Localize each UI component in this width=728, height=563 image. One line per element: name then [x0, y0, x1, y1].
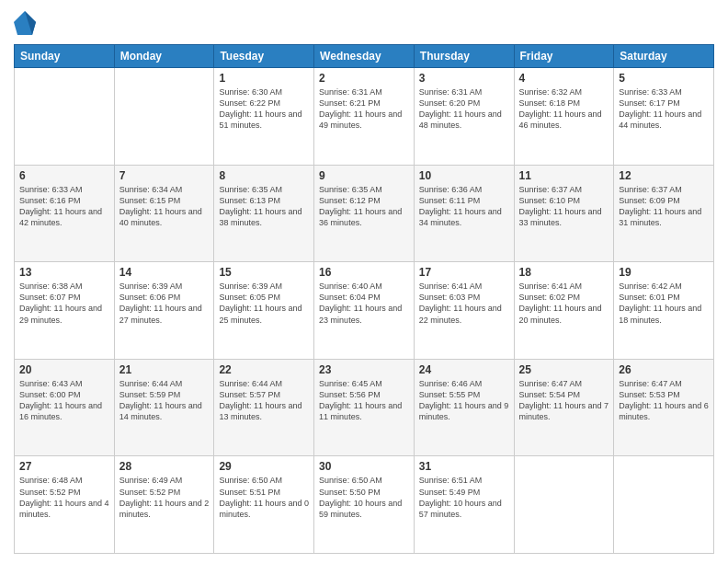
day-info: Sunrise: 6:36 AM Sunset: 6:11 PM Dayligh… [419, 184, 509, 229]
calendar-week-3: 13Sunrise: 6:38 AM Sunset: 6:07 PM Dayli… [15, 262, 714, 360]
day-number: 27 [19, 460, 109, 473]
day-info: Sunrise: 6:33 AM Sunset: 6:17 PM Dayligh… [619, 86, 709, 132]
day-number: 6 [19, 169, 109, 182]
day-number: 1 [219, 72, 309, 85]
day-number: 29 [219, 460, 309, 473]
day-number: 5 [619, 72, 709, 85]
calendar-day-20: 20Sunrise: 6:43 AM Sunset: 6:00 PM Dayli… [15, 359, 115, 456]
day-number: 8 [219, 169, 309, 182]
logo-icon [14, 9, 36, 37]
calendar-week-1: 1Sunrise: 6:30 AM Sunset: 6:22 PM Daylig… [15, 68, 714, 166]
day-info: Sunrise: 6:51 AM Sunset: 5:49 PM Dayligh… [419, 475, 509, 520]
day-info: Sunrise: 6:37 AM Sunset: 6:09 PM Dayligh… [619, 184, 709, 229]
calendar-day-1: 1Sunrise: 6:30 AM Sunset: 6:22 PM Daylig… [214, 68, 314, 166]
empty-cell [114, 68, 214, 166]
weekday-header-thursday: Thursday [414, 45, 514, 68]
weekday-header-tuesday: Tuesday [214, 45, 314, 68]
day-number: 16 [319, 266, 409, 279]
calendar-day-8: 8Sunrise: 6:35 AM Sunset: 6:13 PM Daylig… [214, 165, 314, 262]
weekday-header-monday: Monday [114, 45, 214, 68]
calendar-page: SundayMondayTuesdayWednesdayThursdayFrid… [0, 0, 728, 563]
weekday-header-row: SundayMondayTuesdayWednesdayThursdayFrid… [15, 45, 714, 68]
day-info: Sunrise: 6:34 AM Sunset: 6:15 PM Dayligh… [119, 184, 210, 229]
day-number: 19 [619, 266, 709, 279]
day-number: 11 [519, 169, 609, 182]
day-info: Sunrise: 6:40 AM Sunset: 6:04 PM Dayligh… [319, 281, 409, 326]
calendar-day-10: 10Sunrise: 6:36 AM Sunset: 6:11 PM Dayli… [414, 165, 514, 262]
header [14, 9, 714, 37]
day-info: Sunrise: 6:31 AM Sunset: 6:21 PM Dayligh… [319, 86, 409, 132]
day-number: 2 [319, 72, 409, 85]
day-info: Sunrise: 6:33 AM Sunset: 6:16 PM Dayligh… [19, 184, 109, 229]
calendar-day-11: 11Sunrise: 6:37 AM Sunset: 6:10 PM Dayli… [514, 165, 614, 262]
day-info: Sunrise: 6:39 AM Sunset: 6:05 PM Dayligh… [219, 281, 309, 326]
day-number: 30 [319, 460, 409, 473]
logo [14, 9, 40, 37]
day-number: 12 [619, 169, 709, 182]
empty-cell [614, 456, 714, 554]
day-info: Sunrise: 6:44 AM Sunset: 5:57 PM Dayligh… [219, 378, 309, 423]
day-info: Sunrise: 6:47 AM Sunset: 5:54 PM Dayligh… [519, 378, 609, 423]
day-info: Sunrise: 6:45 AM Sunset: 5:56 PM Dayligh… [319, 378, 409, 423]
day-info: Sunrise: 6:31 AM Sunset: 6:20 PM Dayligh… [419, 86, 509, 132]
calendar-day-15: 15Sunrise: 6:39 AM Sunset: 6:05 PM Dayli… [214, 262, 314, 360]
day-number: 4 [519, 72, 609, 85]
weekday-header-saturday: Saturday [614, 45, 714, 68]
weekday-header-sunday: Sunday [15, 45, 115, 68]
calendar-day-9: 9Sunrise: 6:35 AM Sunset: 6:12 PM Daylig… [314, 165, 415, 262]
day-info: Sunrise: 6:43 AM Sunset: 6:00 PM Dayligh… [19, 378, 109, 423]
day-number: 26 [619, 363, 709, 376]
calendar-week-2: 6Sunrise: 6:33 AM Sunset: 6:16 PM Daylig… [15, 165, 714, 262]
weekday-header-friday: Friday [514, 45, 614, 68]
day-number: 28 [119, 460, 210, 473]
calendar-day-31: 31Sunrise: 6:51 AM Sunset: 5:49 PM Dayli… [414, 456, 514, 554]
calendar-day-6: 6Sunrise: 6:33 AM Sunset: 6:16 PM Daylig… [15, 165, 115, 262]
day-info: Sunrise: 6:35 AM Sunset: 6:12 PM Dayligh… [319, 184, 409, 229]
calendar-day-26: 26Sunrise: 6:47 AM Sunset: 5:53 PM Dayli… [614, 359, 714, 456]
day-number: 20 [19, 363, 109, 376]
calendar-day-18: 18Sunrise: 6:41 AM Sunset: 6:02 PM Dayli… [514, 262, 614, 360]
day-number: 24 [419, 363, 509, 376]
empty-cell [514, 456, 614, 554]
calendar-day-5: 5Sunrise: 6:33 AM Sunset: 6:17 PM Daylig… [614, 68, 714, 166]
day-number: 31 [419, 460, 509, 473]
day-info: Sunrise: 6:50 AM Sunset: 5:50 PM Dayligh… [319, 475, 409, 520]
calendar-day-13: 13Sunrise: 6:38 AM Sunset: 6:07 PM Dayli… [15, 262, 115, 360]
day-number: 23 [319, 363, 409, 376]
day-info: Sunrise: 6:47 AM Sunset: 5:53 PM Dayligh… [619, 378, 709, 423]
calendar-day-25: 25Sunrise: 6:47 AM Sunset: 5:54 PM Dayli… [514, 359, 614, 456]
calendar-day-17: 17Sunrise: 6:41 AM Sunset: 6:03 PM Dayli… [414, 262, 514, 360]
day-number: 7 [119, 169, 210, 182]
day-number: 25 [519, 363, 609, 376]
day-number: 21 [119, 363, 210, 376]
empty-cell [15, 68, 115, 166]
day-number: 15 [219, 266, 309, 279]
day-info: Sunrise: 6:44 AM Sunset: 5:59 PM Dayligh… [119, 378, 210, 423]
calendar-day-27: 27Sunrise: 6:48 AM Sunset: 5:52 PM Dayli… [15, 456, 115, 554]
day-info: Sunrise: 6:42 AM Sunset: 6:01 PM Dayligh… [619, 281, 709, 326]
day-info: Sunrise: 6:39 AM Sunset: 6:06 PM Dayligh… [119, 281, 210, 326]
calendar-day-23: 23Sunrise: 6:45 AM Sunset: 5:56 PM Dayli… [314, 359, 415, 456]
calendar-day-4: 4Sunrise: 6:32 AM Sunset: 6:18 PM Daylig… [514, 68, 614, 166]
calendar-day-2: 2Sunrise: 6:31 AM Sunset: 6:21 PM Daylig… [314, 68, 415, 166]
calendar-day-21: 21Sunrise: 6:44 AM Sunset: 5:59 PM Dayli… [114, 359, 214, 456]
day-info: Sunrise: 6:48 AM Sunset: 5:52 PM Dayligh… [19, 475, 109, 520]
day-number: 17 [419, 266, 509, 279]
calendar-day-16: 16Sunrise: 6:40 AM Sunset: 6:04 PM Dayli… [314, 262, 415, 360]
day-number: 10 [419, 169, 509, 182]
calendar-day-28: 28Sunrise: 6:49 AM Sunset: 5:52 PM Dayli… [114, 456, 214, 554]
calendar-week-4: 20Sunrise: 6:43 AM Sunset: 6:00 PM Dayli… [15, 359, 714, 456]
calendar-day-22: 22Sunrise: 6:44 AM Sunset: 5:57 PM Dayli… [214, 359, 314, 456]
day-number: 14 [119, 266, 210, 279]
day-info: Sunrise: 6:41 AM Sunset: 6:03 PM Dayligh… [419, 281, 509, 326]
day-number: 3 [419, 72, 509, 85]
day-info: Sunrise: 6:32 AM Sunset: 6:18 PM Dayligh… [519, 86, 609, 132]
day-info: Sunrise: 6:35 AM Sunset: 6:13 PM Dayligh… [219, 184, 309, 229]
day-info: Sunrise: 6:46 AM Sunset: 5:55 PM Dayligh… [419, 378, 509, 423]
day-info: Sunrise: 6:30 AM Sunset: 6:22 PM Dayligh… [219, 86, 309, 132]
day-info: Sunrise: 6:49 AM Sunset: 5:52 PM Dayligh… [119, 475, 210, 520]
day-info: Sunrise: 6:41 AM Sunset: 6:02 PM Dayligh… [519, 281, 609, 326]
day-info: Sunrise: 6:38 AM Sunset: 6:07 PM Dayligh… [19, 281, 109, 326]
calendar-day-12: 12Sunrise: 6:37 AM Sunset: 6:09 PM Dayli… [614, 165, 714, 262]
calendar-table: SundayMondayTuesdayWednesdayThursdayFrid… [14, 44, 714, 554]
